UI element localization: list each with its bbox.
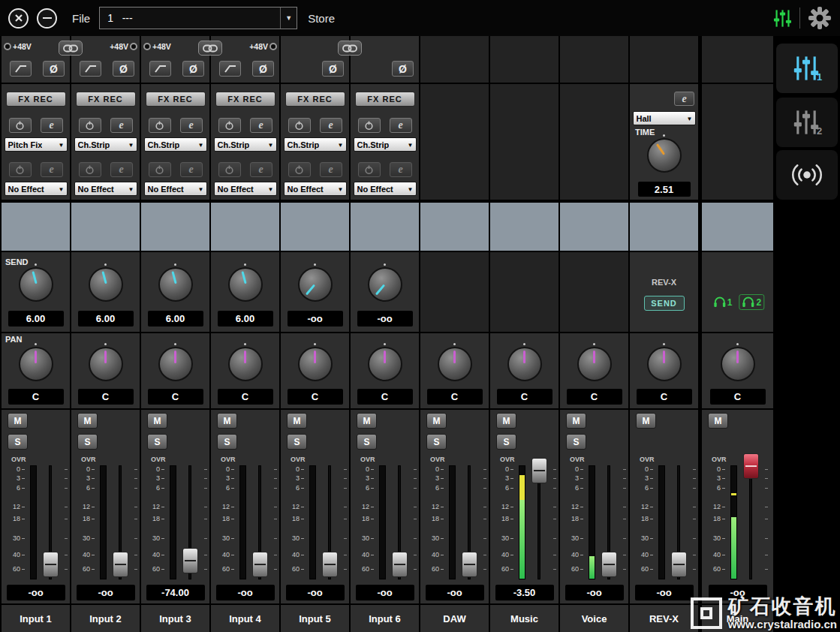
insert-fx-edit-button[interactable]: e (250, 118, 272, 133)
fx-rec-button[interactable]: FX REC (285, 92, 345, 107)
time-knob[interactable] (647, 138, 682, 173)
pan-knob[interactable] (89, 347, 123, 381)
channel-effect-select[interactable]: No Effect (214, 182, 277, 196)
revx-type-select[interactable]: Hall (633, 111, 696, 125)
mute-button[interactable]: M (357, 413, 377, 429)
send-knob[interactable] (228, 267, 263, 302)
fader-handle[interactable] (671, 552, 687, 577)
channel-fx-edit-button[interactable]: e (320, 162, 342, 177)
channel-fx-power-button[interactable] (79, 162, 101, 177)
tab-loopback[interactable] (776, 150, 838, 200)
minimize-button[interactable] (37, 8, 57, 29)
fader-handle[interactable] (462, 552, 477, 577)
channel-fx-power-button[interactable] (149, 162, 171, 177)
insert-fx-edit-button[interactable]: e (180, 118, 203, 133)
insert-fx-edit-button[interactable]: e (110, 118, 133, 133)
solo-button[interactable]: S (566, 434, 586, 450)
phase-button[interactable]: Ø (322, 61, 344, 77)
fader-handle[interactable] (743, 453, 759, 479)
mixer-levels-icon[interactable] (772, 8, 793, 29)
pan-knob[interactable] (577, 347, 612, 381)
fx-rec-button[interactable]: FX REC (146, 92, 206, 107)
phase-button[interactable]: Ø (252, 61, 274, 77)
fader-track[interactable] (749, 465, 752, 579)
pan-knob[interactable] (298, 347, 333, 381)
pan-knob[interactable] (158, 347, 193, 381)
preset-select[interactable]: 1 --- (99, 7, 297, 29)
solo-button[interactable]: S (357, 434, 377, 450)
insert-fx-power-button[interactable] (288, 118, 311, 133)
mute-button[interactable]: M (287, 413, 307, 429)
pan-knob[interactable] (19, 347, 53, 381)
fader-track[interactable] (677, 465, 680, 579)
insert-fx-power-button[interactable] (9, 118, 32, 133)
mute-button[interactable]: M (77, 413, 98, 429)
fader-track[interactable] (328, 465, 331, 579)
hpf-button[interactable] (80, 61, 101, 77)
send-knob[interactable] (298, 267, 333, 302)
mute-button[interactable]: M (217, 413, 237, 429)
fader-handle[interactable] (322, 552, 338, 577)
insert-effect-select[interactable]: Ch.Strip (144, 137, 207, 152)
fx-rec-button[interactable]: FX REC (215, 92, 275, 107)
solo-button[interactable]: S (426, 434, 447, 450)
fader-track[interactable] (607, 465, 610, 579)
pan-knob[interactable] (507, 347, 542, 381)
phase-button[interactable]: Ø (392, 61, 414, 77)
send-knob[interactable] (158, 267, 193, 302)
mute-button[interactable]: M (147, 413, 167, 429)
fader-handle[interactable] (531, 458, 547, 483)
solo-button[interactable]: S (147, 434, 167, 450)
fader-track[interactable] (119, 465, 122, 579)
solo-button[interactable]: S (496, 434, 516, 450)
fader-handle[interactable] (182, 548, 198, 573)
fader-track[interactable] (537, 465, 540, 579)
link-button[interactable] (338, 41, 362, 56)
link-button[interactable] (59, 41, 83, 56)
fader-track[interactable] (188, 465, 191, 579)
fx-rec-button[interactable]: FX REC (6, 92, 66, 107)
channel-effect-select[interactable]: No Effect (284, 182, 347, 196)
insert-effect-select[interactable]: Ch.Strip (214, 137, 277, 152)
channel-fx-edit-button[interactable]: e (110, 162, 133, 177)
insert-fx-power-button[interactable] (218, 118, 241, 133)
fader-track[interactable] (468, 465, 471, 579)
fader-track[interactable] (49, 465, 52, 579)
revx-edit-button[interactable]: e (674, 92, 694, 106)
send-knob[interactable] (368, 267, 402, 302)
phones-1-button[interactable]: 1 (711, 294, 735, 310)
close-button[interactable] (8, 8, 29, 29)
mute-button[interactable]: M (8, 413, 28, 429)
send-knob[interactable] (19, 267, 53, 302)
insert-effect-select[interactable]: Ch.Strip (354, 137, 417, 152)
mute-button[interactable]: M (566, 413, 586, 429)
insert-effect-select[interactable]: Pitch Fix (5, 137, 68, 152)
solo-button[interactable]: S (217, 434, 237, 450)
pan-knob[interactable] (438, 347, 472, 381)
insert-fx-edit-button[interactable]: e (320, 118, 342, 133)
insert-fx-edit-button[interactable]: e (390, 118, 412, 133)
fx-rec-button[interactable]: FX REC (355, 92, 415, 107)
channel-effect-select[interactable]: No Effect (74, 182, 137, 196)
hpf-button[interactable] (219, 61, 241, 77)
store-button[interactable]: Store (308, 12, 335, 25)
hpf-button[interactable] (149, 61, 171, 77)
phones-2-button[interactable]: 2 (739, 294, 765, 310)
fader-handle[interactable] (113, 552, 128, 577)
channel-fx-power-button[interactable] (358, 162, 381, 177)
channel-fx-power-button[interactable] (9, 162, 32, 177)
channel-fx-edit-button[interactable]: e (180, 162, 203, 177)
insert-fx-power-button[interactable] (358, 118, 381, 133)
fader-track[interactable] (258, 465, 261, 579)
link-button[interactable] (198, 41, 222, 56)
insert-effect-select[interactable]: Ch.Strip (284, 137, 347, 152)
channel-fx-power-button[interactable] (288, 162, 311, 177)
mute-button[interactable]: M (496, 413, 516, 429)
channel-effect-select[interactable]: No Effect (144, 182, 207, 196)
send-knob[interactable] (89, 267, 123, 302)
channel-fx-edit-button[interactable]: e (390, 162, 412, 177)
phase-button[interactable]: Ø (43, 61, 65, 77)
solo-button[interactable]: S (287, 434, 307, 450)
solo-button[interactable]: S (8, 434, 28, 450)
phase-button[interactable]: Ø (182, 61, 204, 77)
